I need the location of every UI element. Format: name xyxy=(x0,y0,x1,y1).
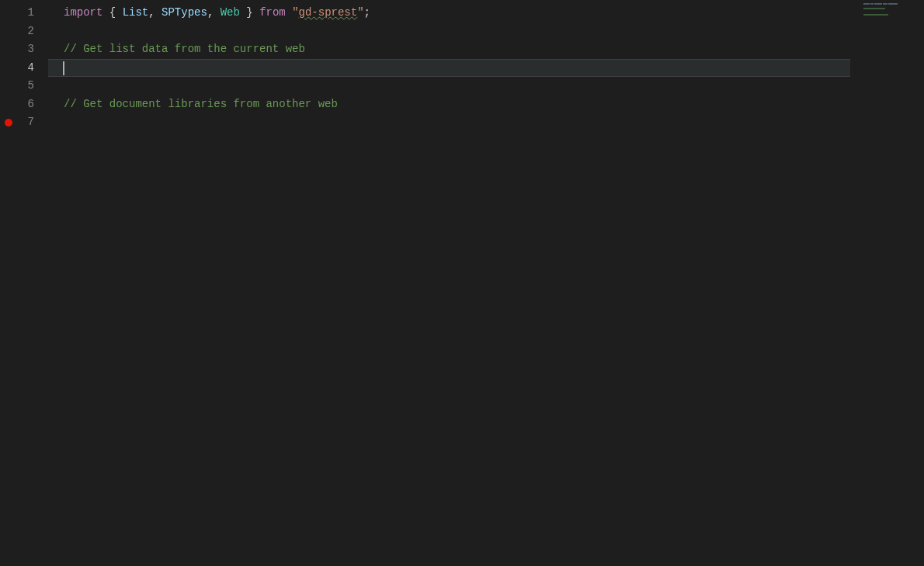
code-line-4-active[interactable] xyxy=(48,59,850,78)
line-number-2[interactable]: 2 xyxy=(0,23,48,41)
comma-2: , xyxy=(207,6,221,19)
minimap[interactable] xyxy=(863,3,910,14)
code-editor[interactable]: 1 2 3 4 5 6 7 import { List, SPTypes, We… xyxy=(0,0,924,566)
space xyxy=(286,6,292,19)
code-line-2[interactable] xyxy=(48,23,924,41)
string-quote-close: " xyxy=(357,6,363,19)
string-quote-open: " xyxy=(292,6,298,19)
line-number-3[interactable]: 3 xyxy=(0,40,48,59)
identifier-list: List xyxy=(123,6,149,19)
comment-line-6: // Get document libraries from another w… xyxy=(64,98,338,110)
code-line-7[interactable] xyxy=(48,113,924,132)
comma-1: , xyxy=(148,6,162,19)
code-line-3[interactable]: // Get list data from the current web xyxy=(48,40,924,59)
line-number-7[interactable]: 7 xyxy=(0,113,48,132)
string-module-name: gd-sprest xyxy=(299,6,358,19)
text-cursor xyxy=(63,61,64,75)
minimap-line-6 xyxy=(863,14,910,16)
minimap-line-3 xyxy=(863,8,910,9)
keyword-import: import xyxy=(64,6,102,19)
vertical-scrollbar[interactable] xyxy=(913,0,924,566)
minimap-line-1 xyxy=(863,3,910,5)
breakpoint-icon[interactable] xyxy=(5,119,12,127)
brace-close: } xyxy=(240,6,259,19)
line-number-gutter[interactable]: 1 2 3 4 5 6 7 xyxy=(0,0,48,566)
code-line-5[interactable] xyxy=(48,77,924,95)
line-number-7-text: 7 xyxy=(28,116,34,128)
code-content-area[interactable]: import { List, SPTypes, Web } from "gd-s… xyxy=(48,0,924,566)
comment-line-3: // Get list data from the current web xyxy=(64,43,305,55)
semicolon: ; xyxy=(364,6,370,19)
line-number-6[interactable]: 6 xyxy=(0,95,48,114)
code-line-6[interactable]: // Get document libraries from another w… xyxy=(48,95,924,114)
line-number-5[interactable]: 5 xyxy=(0,77,48,95)
line-number-1[interactable]: 1 xyxy=(0,4,48,23)
identifier-web: Web xyxy=(221,6,240,19)
identifier-sptypes: SPTypes xyxy=(162,6,207,19)
keyword-from: from xyxy=(259,6,286,19)
line-number-4[interactable]: 4 xyxy=(0,59,48,78)
brace-open: { xyxy=(102,6,122,19)
code-line-1[interactable]: import { List, SPTypes, Web } from "gd-s… xyxy=(48,4,924,23)
